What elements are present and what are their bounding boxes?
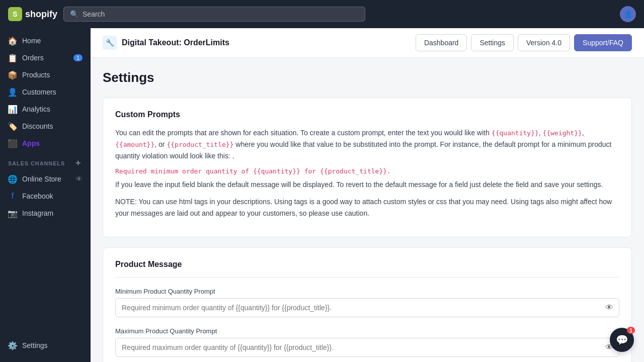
settings-icon: ⚙️ [8, 341, 17, 350]
shopify-logo[interactable]: S shopify [8, 7, 57, 21]
shopify-logo-icon: S [8, 7, 22, 21]
custom-prompts-paragraph1: You can edit the prompts that are shown … [115, 127, 619, 161]
custom-prompts-note: NOTE: You can use html tags in your desc… [115, 196, 619, 219]
instagram-icon: 📷 [8, 209, 17, 218]
tag-product-title: {{product_title}} [167, 141, 233, 148]
app-header-right: Dashboard Settings Version 4.0 Support/F… [416, 34, 632, 51]
sidebar-label-settings: Settings [22, 341, 48, 349]
max-product-qty-group: Maximum Product Quantity Prompt 👁 [115, 327, 619, 357]
max-product-qty-wrapper: 👁 [115, 338, 619, 357]
support-faq-button[interactable]: Support/FAQ [574, 34, 632, 51]
sidebar-item-orders[interactable]: 📋 Orders 1 [0, 49, 91, 66]
sidebar-label-home: Home [22, 37, 41, 45]
sidebar-item-products[interactable]: 📦 Products [0, 66, 91, 83]
channels-section-header: SALES CHANNELS ＋ [0, 152, 91, 170]
min-product-qty-wrapper: 👁 [115, 298, 619, 317]
sidebar-item-discounts[interactable]: 🏷️ Discounts [0, 118, 91, 135]
analytics-icon: 📊 [8, 105, 17, 114]
user-avatar[interactable]: 👤 [620, 6, 636, 22]
shopify-logo-text: shopify [25, 9, 57, 20]
sidebar-label-apps: Apps [22, 139, 40, 147]
max-product-qty-label: Maximum Product Quantity Prompt [115, 327, 619, 335]
discounts-icon: 🏷️ [8, 122, 17, 131]
products-icon: 📦 [8, 70, 17, 79]
channels-label: SALES CHANNELS [8, 160, 65, 166]
app-logo-icon: 🔧 [103, 36, 117, 50]
facebook-icon: f [8, 192, 17, 201]
orders-icon: 📋 [8, 53, 17, 62]
custom-prompts-paragraph2: If you leave the input field blank the d… [115, 179, 619, 190]
search-icon: 🔍 [70, 10, 78, 18]
orders-badge: 1 [73, 54, 83, 61]
min-product-qty-input[interactable] [115, 298, 619, 317]
sidebar: 🏠 Home 📋 Orders 1 📦 Products 👤 Customers… [0, 28, 91, 362]
app-body: 🏠 Home 📋 Orders 1 📦 Products 👤 Customers… [0, 28, 644, 362]
chat-badge: 1 [627, 327, 635, 334]
section-divider-1 [115, 277, 619, 278]
sidebar-item-online-store[interactable]: 🌐 Online Store 👁 [0, 170, 91, 188]
sidebar-label-discounts: Discounts [22, 122, 53, 130]
product-message-title: Product Message [115, 260, 619, 269]
chat-widget[interactable]: 💬 1 [610, 328, 634, 352]
main-content: 🔧 Digital Takeout: OrderLimits Dashboard… [91, 28, 644, 362]
tag-amount: {{amount}} [115, 141, 154, 148]
sidebar-label-instagram: Instagram [22, 209, 53, 217]
version-button[interactable]: Version 4.0 [518, 34, 570, 51]
online-store-eye-icon[interactable]: 👁 [75, 175, 83, 183]
sidebar-label-online-store: Online Store [22, 175, 61, 183]
sidebar-item-instagram[interactable]: 📷 Instagram [0, 205, 91, 222]
sidebar-label-products: Products [22, 71, 50, 79]
customers-icon: 👤 [8, 87, 17, 97]
sidebar-item-settings[interactable]: ⚙️ Settings [0, 337, 91, 354]
sidebar-item-customers[interactable]: 👤 Customers [0, 83, 91, 101]
code-example: Required minimum order quantity of {{qua… [115, 167, 619, 175]
app-title: Digital Takeout: OrderLimits [122, 38, 229, 47]
dashboard-button[interactable]: Dashboard [416, 34, 467, 51]
add-channel-button[interactable]: ＋ [74, 158, 83, 168]
sidebar-label-facebook: Facebook [22, 192, 53, 200]
page-content: Settings Custom Prompts You can edit the… [91, 58, 644, 362]
sidebar-label-customers: Customers [22, 88, 56, 96]
search-bar[interactable]: 🔍 Search [63, 7, 365, 22]
custom-prompts-title: Custom Prompts [115, 110, 619, 119]
sidebar-item-analytics[interactable]: 📊 Analytics [0, 101, 91, 118]
custom-prompts-card: Custom Prompts You can edit the prompts … [103, 98, 632, 237]
sidebar-label-analytics: Analytics [22, 105, 50, 113]
min-product-qty-label: Minimum Product Quantity Prompt [115, 288, 619, 295]
tag-quantity: {{quantity}} [492, 129, 539, 137]
tag-weight: {{weight}} [543, 129, 582, 137]
app-header: 🔧 Digital Takeout: OrderLimits Dashboard… [91, 28, 644, 58]
sidebar-item-home[interactable]: 🏠 Home [0, 32, 91, 49]
app-header-left: 🔧 Digital Takeout: OrderLimits [103, 36, 229, 50]
min-product-qty-group: Minimum Product Quantity Prompt 👁 [115, 288, 619, 317]
online-store-icon: 🌐 [8, 174, 17, 184]
top-nav: S shopify 🔍 Search 👤 [0, 0, 644, 28]
home-icon: 🏠 [8, 36, 17, 45]
max-product-qty-input[interactable] [115, 338, 619, 357]
search-placeholder: Search [83, 10, 105, 18]
apps-icon: ⬛ [8, 139, 17, 148]
sidebar-label-orders: Orders [22, 54, 44, 62]
sidebar-item-apps[interactable]: ⬛ Apps [0, 135, 91, 152]
min-product-qty-eye-icon[interactable]: 👁 [605, 303, 613, 312]
settings-button[interactable]: Settings [471, 34, 514, 51]
product-message-card: Product Message Minimum Product Quantity… [103, 247, 632, 362]
page-title: Settings [103, 70, 632, 85]
sidebar-item-facebook[interactable]: f Facebook [0, 188, 91, 205]
